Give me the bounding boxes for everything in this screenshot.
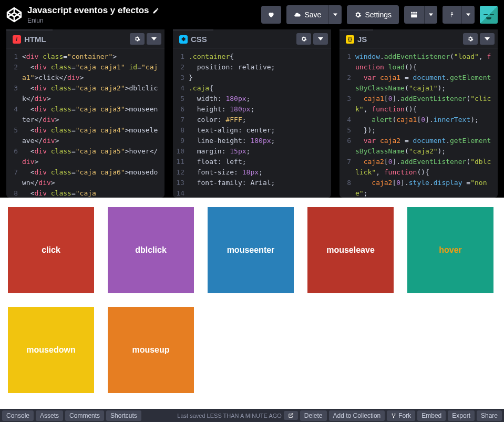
code-line: 8 <div class="caja	[6, 188, 164, 198]
preview-box-dblclick[interactable]: dblclick	[108, 207, 194, 293]
shortcuts-button[interactable]: Shortcuts	[106, 410, 141, 421]
export-button[interactable]: Export	[448, 410, 475, 421]
js-editor: {} JS 1window.addEventListener("load", f…	[340, 29, 498, 198]
code-line: 5 });	[340, 125, 498, 136]
html-tab[interactable]: / HTML	[6, 29, 53, 48]
code-line: 5 width: 180px;	[173, 94, 331, 104]
code-line: 4 alert(caja1[0].innerText);	[340, 115, 498, 125]
preview-box-mouseleave[interactable]: mouseleave	[307, 207, 394, 293]
code-line: 12 font-size: 18px;	[173, 167, 331, 178]
code-line: 3}	[173, 73, 331, 83]
code-line: 13 font-family: Arial;	[173, 178, 331, 188]
css-tab[interactable]: ✱ CSS	[173, 29, 213, 48]
code-line: 3 <div class="caja caja2">dblclick</div>	[6, 83, 164, 104]
preview-box-click[interactable]: click	[8, 207, 94, 293]
save-button[interactable]: Save	[286, 5, 328, 24]
assets-button[interactable]: Assets	[36, 410, 63, 421]
save-dropdown-button[interactable]	[328, 5, 342, 24]
code-line: 9 line-height: 180px;	[173, 136, 331, 146]
js-chevron-down-icon[interactable]	[480, 33, 495, 45]
last-saved-label: Last saved LESS THAN A MINUTE AGO	[177, 413, 281, 419]
code-line: 11 float: left;	[173, 157, 331, 167]
codepen-logo-icon[interactable]	[6, 7, 22, 23]
svg-rect-0	[411, 12, 413, 14]
css-badge-icon: ✱	[179, 35, 188, 44]
html-tab-label: HTML	[24, 35, 46, 44]
code-line: 8 caja2[0].style.display ="none";	[340, 178, 498, 198]
html-chevron-down-icon[interactable]	[147, 33, 161, 45]
code-line: 1.container{	[173, 52, 331, 62]
code-line: 8 text-align: center;	[173, 125, 331, 136]
js-tab-label: JS	[357, 35, 367, 44]
code-line: 2 position: relative;	[173, 62, 331, 73]
fork-button[interactable]: Fork	[387, 410, 415, 421]
share-button[interactable]: Share	[477, 410, 502, 421]
layout-button[interactable]	[404, 6, 424, 24]
svg-point-5	[395, 413, 396, 414]
user-avatar[interactable]	[480, 6, 498, 24]
css-chevron-down-icon[interactable]	[313, 33, 328, 45]
code-line: 2 <div class="caja caja1" id="caja1">cli…	[6, 62, 164, 83]
editors-row: / HTML 1<div class="container">2 <div cl…	[0, 29, 504, 198]
js-settings-icon[interactable]	[463, 33, 478, 45]
settings-button[interactable]: Settings	[347, 5, 399, 24]
code-line: 2 var caja1 = document.getElementsByClas…	[340, 73, 498, 94]
svg-rect-2	[415, 12, 417, 14]
delete-button[interactable]: Delete	[300, 410, 327, 421]
preview-box-mouseup[interactable]: mouseup	[108, 307, 194, 393]
code-line: 6 var caja2 = document.getElementsByClas…	[340, 136, 498, 157]
add-collection-button[interactable]: Add to Collection	[329, 410, 385, 421]
code-line: 6 height: 180px;	[173, 104, 331, 115]
like-button[interactable]	[261, 6, 281, 24]
preview-pane: clickdblclickmouseentermouseleavehovermo…	[0, 198, 504, 409]
svg-point-4	[392, 413, 393, 414]
css-settings-icon[interactable]	[296, 33, 311, 45]
svg-rect-3	[411, 14, 417, 17]
css-tab-label: CSS	[191, 35, 207, 44]
code-line: 6 <div class="caja caja5">hover</div>	[6, 146, 164, 167]
css-code-area[interactable]: 1.container{2 position: relative;3}4.caj…	[173, 48, 331, 198]
code-line: 4.caja{	[173, 83, 331, 94]
pen-author[interactable]: Eniun	[27, 17, 256, 24]
css-editor: ✱ CSS 1.container{2 position: relative;3…	[173, 29, 331, 198]
code-line: 5 <div class="caja caja4">mouseleave</di…	[6, 125, 164, 146]
open-external-icon[interactable]	[284, 411, 298, 420]
code-line: 1window.addEventListener("load", functio…	[340, 52, 498, 73]
html-badge-icon: /	[13, 35, 21, 44]
preview-box-mouseenter[interactable]: mouseenter	[208, 207, 294, 293]
code-line: 10 margin: 15px;	[173, 146, 331, 157]
svg-point-6	[393, 417, 394, 418]
svg-rect-1	[413, 12, 415, 14]
pen-title[interactable]: Javascript eventos y efectos	[27, 5, 149, 16]
comments-button[interactable]: Comments	[65, 410, 104, 421]
code-line: 3 caja1[0].addEventListener("click", fun…	[340, 94, 498, 115]
js-code-area[interactable]: 1window.addEventListener("load", functio…	[340, 48, 498, 198]
edit-title-icon[interactable]	[152, 7, 159, 14]
footer-bar: Console Assets Comments Shortcuts Last s…	[0, 409, 504, 422]
html-settings-icon[interactable]	[130, 33, 145, 45]
code-line: 7 caja2[0].addEventListener("dblclick", …	[340, 157, 498, 178]
code-line: 7 color: #FFF;	[173, 115, 331, 125]
code-line: 4 <div class="caja caja3">mouseenter</di…	[6, 104, 164, 125]
js-tab[interactable]: {} JS	[340, 29, 373, 48]
preview-box-hover[interactable]: hover	[407, 207, 493, 293]
code-line: 1<div class="container">	[6, 52, 164, 62]
pin-dropdown-button[interactable]	[461, 6, 475, 24]
code-line: 14	[173, 188, 331, 198]
top-header: Javascript eventos y efectos Eniun Save …	[0, 0, 504, 29]
preview-box-mousedown[interactable]: mousedown	[8, 307, 94, 393]
html-editor: / HTML 1<div class="container">2 <div cl…	[6, 29, 164, 198]
embed-button[interactable]: Embed	[417, 410, 446, 421]
code-line: 7 <div class="caja caja6">mousedown</div…	[6, 167, 164, 188]
html-code-area[interactable]: 1<div class="container">2 <div class="ca…	[6, 48, 164, 198]
pen-title-block: Javascript eventos y efectos Eniun	[27, 5, 256, 24]
layout-dropdown-button[interactable]	[424, 6, 437, 24]
console-button[interactable]: Console	[2, 410, 34, 421]
pin-button[interactable]	[443, 6, 461, 24]
js-badge-icon: {}	[346, 35, 354, 44]
